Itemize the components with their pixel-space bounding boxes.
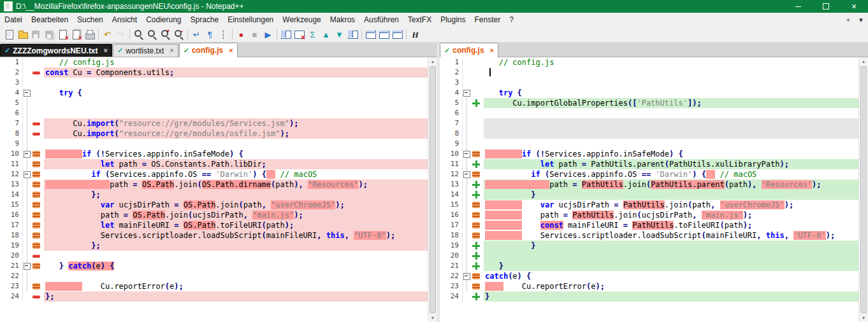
- fold-margin[interactable]: [23, 149, 31, 159]
- code-line-12[interactable]: 12 if (Services.appinfo.OS == 'Darwin') …: [440, 169, 858, 179]
- code-line-8[interactable]: 8: [440, 129, 858, 139]
- compare-nav-icon[interactable]: [347, 29, 359, 40]
- code-line-1[interactable]: 1 // config.js: [0, 57, 428, 67]
- menu-item-fenster[interactable]: Fenster: [470, 13, 505, 27]
- code-line-14[interactable]: 14 };: [0, 190, 428, 200]
- code-line-5[interactable]: 5 Cu.importGlobalProperties(['PathUtils'…: [440, 98, 858, 108]
- close-all-icon[interactable]: [70, 29, 82, 40]
- prev-diff-icon[interactable]: ▲: [320, 29, 332, 40]
- menu-item-ausf-hren[interactable]: Ausführen: [359, 13, 403, 27]
- code-line-11[interactable]: 11 let path = PathUtils.parent(PathUtils…: [440, 159, 858, 169]
- menu-item-ansicht[interactable]: Ansicht: [108, 13, 141, 27]
- menu-item-plugins[interactable]: Plugins: [436, 13, 470, 27]
- zoom-out-icon[interactable]: −: [173, 29, 185, 40]
- toolbar-overflow-chevron-icon[interactable]: ▼: [855, 14, 867, 25]
- code-line-20[interactable]: 20: [0, 251, 428, 261]
- menu-item-sprache[interactable]: Sprache: [186, 13, 224, 27]
- replace-icon[interactable]: [146, 29, 158, 40]
- code-line-7[interactable]: 7 Cu.import("resource://gre/modules/Serv…: [0, 118, 428, 129]
- code-line-8[interactable]: 8 Cu.import("resource://gre/modules/osfi…: [0, 129, 428, 139]
- fold-margin[interactable]: [463, 149, 471, 159]
- code-line-7[interactable]: 7: [440, 118, 858, 129]
- play-macro-icon[interactable]: ▶: [262, 29, 274, 40]
- code-line-10[interactable]: 10 if (!Services.appinfo.inSafeMode) {: [440, 149, 858, 159]
- fold-collapse-icon[interactable]: [463, 151, 470, 158]
- code-line-23[interactable]: 23 Cu.reportError(e);: [0, 281, 428, 291]
- code-line-4[interactable]: 4 try {: [440, 88, 858, 98]
- code-line-21[interactable]: 21 } catch(e) {: [0, 261, 428, 271]
- tab-left-zzzzomgwordsneu-txt[interactable]: ✓ZZZZomgwordsNEU.txt×: [0, 44, 112, 57]
- fold-margin[interactable]: [463, 271, 471, 281]
- menu-item-textfx[interactable]: TextFX: [403, 13, 436, 27]
- compare-icon[interactable]: [280, 29, 292, 40]
- code-line-19[interactable]: 19 };: [0, 241, 428, 251]
- code-line-4[interactable]: 4 try {: [0, 88, 428, 98]
- fold-collapse-icon[interactable]: [463, 171, 470, 178]
- scroll-down-icon[interactable]: ▼: [428, 314, 437, 322]
- fold-margin[interactable]: [23, 88, 31, 98]
- close-icon[interactable]: [57, 29, 69, 40]
- menu-item-help[interactable]: ?: [505, 13, 518, 27]
- print-icon[interactable]: [83, 29, 96, 40]
- code-line-15[interactable]: 15 var ucjsDirPath = PathUtils.join(path…: [440, 200, 858, 210]
- scroll-down-icon[interactable]: ▼: [859, 314, 868, 322]
- maximize-button[interactable]: [812, 0, 840, 13]
- fold-collapse-icon[interactable]: [24, 171, 31, 178]
- tab-close-icon[interactable]: ×: [104, 47, 108, 54]
- fold-collapse-icon[interactable]: [463, 273, 470, 280]
- code-line-12[interactable]: 12 if (Services.appinfo.OS == 'Darwin') …: [0, 169, 428, 179]
- fold-margin[interactable]: [463, 88, 471, 98]
- menu-item-einstellungen[interactable]: Einstellungen: [223, 13, 278, 27]
- code-line-2[interactable]: 2const Cu = Components.utils;: [0, 67, 428, 78]
- code-line-13[interactable]: 13 path = OS.Path.join(OS.Path.dirname(p…: [0, 179, 428, 190]
- textfx-icon[interactable]: H: [409, 29, 421, 40]
- code-line-24[interactable]: 24};: [0, 291, 428, 302]
- code-line-13[interactable]: 13 path = PathUtils.join(PathUtils.paren…: [440, 179, 858, 190]
- code-line-9[interactable]: 9: [0, 139, 428, 149]
- menu-item-makros[interactable]: Makros: [326, 13, 359, 27]
- code-line-3[interactable]: 3: [440, 78, 858, 88]
- right-editor[interactable]: 1 // config.js2 34 try {5 Cu.importGloba…: [440, 57, 858, 322]
- code-line-22[interactable]: 22catch(e) {: [440, 271, 858, 281]
- left-editor[interactable]: 1 // config.js2const Cu = Components.uti…: [0, 57, 428, 322]
- code-line-15[interactable]: 15 var ucjsDirPath = OS.Path.join(path, …: [0, 200, 428, 210]
- document-map-icon[interactable]: [378, 29, 390, 40]
- code-line-16[interactable]: 16 path = PathUtils.join(ucjsDirPath, 'm…: [440, 210, 858, 220]
- find-icon[interactable]: [133, 29, 145, 40]
- word-wrap-icon[interactable]: ↵: [191, 29, 203, 40]
- menu-item-datei[interactable]: Datei: [0, 13, 27, 27]
- scroll-up-icon[interactable]: ▲: [428, 57, 437, 66]
- code-line-6[interactable]: 6: [440, 108, 858, 118]
- code-line-14[interactable]: 14 }: [440, 190, 858, 200]
- document-list-icon[interactable]: [391, 29, 403, 40]
- record-macro-icon[interactable]: ●: [235, 29, 247, 40]
- open-file-icon[interactable]: [17, 29, 29, 40]
- close-button[interactable]: [840, 0, 868, 13]
- fold-collapse-icon[interactable]: [24, 90, 31, 97]
- sum-icon[interactable]: Σ: [307, 29, 319, 40]
- menu-item-codierung[interactable]: Codierung: [141, 13, 185, 27]
- right-scrollbar-thumb[interactable]: [860, 66, 867, 313]
- indent-guide-icon[interactable]: ┆: [217, 29, 229, 40]
- fold-collapse-icon[interactable]: [24, 151, 31, 158]
- code-line-11[interactable]: 11 let path = OS.Constants.Path.libDir;: [0, 159, 428, 169]
- menu-item-bearbeiten[interactable]: Bearbeiten: [27, 13, 73, 27]
- tab-left-config-js[interactable]: ✓config.js×: [179, 43, 238, 57]
- tab-close-icon[interactable]: ×: [490, 47, 494, 54]
- code-line-5[interactable]: 5: [0, 98, 428, 108]
- tab-close-icon[interactable]: ×: [229, 47, 233, 54]
- scroll-up-icon[interactable]: ▲: [859, 57, 868, 66]
- tab-left-wortliste-txt[interactable]: ✓wortliste.txt×: [113, 44, 178, 57]
- code-line-20[interactable]: 20: [440, 251, 858, 261]
- code-line-17[interactable]: 17 const mainFileURI = PathUtils.toFileU…: [440, 220, 858, 230]
- right-vertical-scrollbar[interactable]: ▲ ▼: [858, 57, 868, 322]
- toolbar-customize-plus-icon[interactable]: +: [843, 14, 854, 25]
- left-scrollbar-thumb[interactable]: [430, 66, 436, 313]
- code-line-18[interactable]: 18 Services.scriptloader.loadSubScript(m…: [440, 230, 858, 241]
- tab-right-config-js[interactable]: ✓config.js×: [440, 43, 498, 57]
- code-line-6[interactable]: 6: [0, 108, 428, 118]
- menu-item-suchen[interactable]: Suchen: [73, 13, 108, 27]
- code-line-16[interactable]: 16 path = OS.Path.join(ucjsDirPath, "mai…: [0, 210, 428, 220]
- tab-close-icon[interactable]: ×: [170, 47, 173, 54]
- fold-collapse-icon[interactable]: [24, 263, 31, 270]
